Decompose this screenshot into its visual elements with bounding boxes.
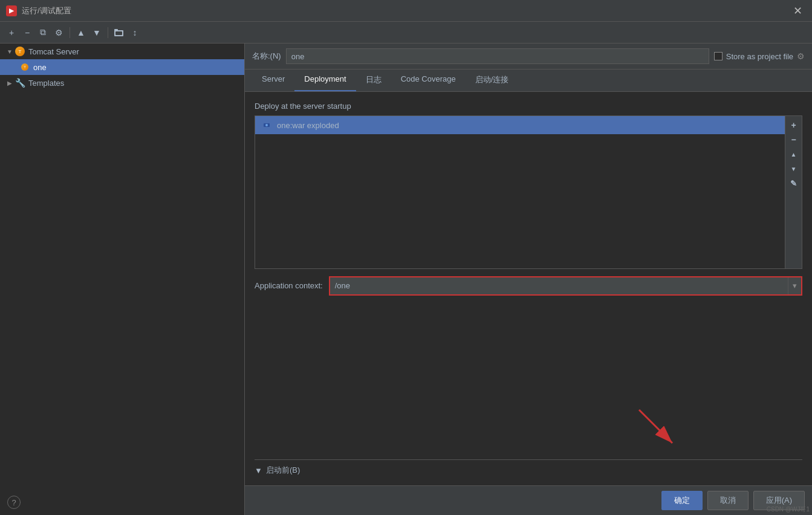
tab-bar: Server Deployment 日志 Code Coverage 启动/连接	[245, 70, 812, 92]
before-launch-arrow-icon: ▼	[255, 466, 262, 475]
move-up-button[interactable]: ▲	[74, 26, 88, 39]
svg-rect-2	[115, 31, 122, 35]
before-launch-label: 启动前(B)	[266, 465, 300, 476]
store-project-area: Store as project file ⚙	[714, 51, 805, 61]
deploy-edit-button[interactable]: ✎	[787, 177, 801, 190]
tab-log[interactable]: 日志	[356, 70, 391, 91]
tomcat-server-label: Tomcat Server	[28, 47, 79, 56]
left-panel: ▼ T Tomcat Server T one ▶ 🔧 Templates	[0, 44, 245, 515]
before-launch-section: ▼ 启动前(B)	[255, 459, 802, 476]
app-icon: ▶	[6, 5, 17, 16]
name-bar: 名称:(N) Store as project file ⚙	[245, 44, 812, 70]
tab-server[interactable]: Server	[252, 70, 294, 91]
toolbar: + − ⧉ ⚙ ▲ ▼ ↕	[0, 22, 812, 44]
separator-2	[108, 27, 108, 38]
add-config-button[interactable]: +	[5, 26, 18, 39]
wrench-icon: 🔧	[15, 77, 25, 88]
tomcat-one-label: one	[33, 63, 47, 72]
store-project-checkbox[interactable]	[714, 52, 723, 60]
settings-button[interactable]: ⚙	[52, 26, 65, 39]
deploy-list-container: one:war exploded + − ▲ ▼ ✎	[255, 115, 802, 269]
deploy-item-name: one:war exploded	[277, 121, 339, 130]
tomcat-item-icon: T	[19, 62, 30, 73]
svg-line-7	[639, 410, 672, 443]
main-layout: ▼ T Tomcat Server T one ▶ 🔧 Templates 名称…	[0, 44, 812, 515]
remove-config-button[interactable]: −	[21, 26, 34, 39]
deploy-move-up-button[interactable]: ▲	[787, 147, 801, 161]
app-context-input-wrap: ▾	[329, 276, 802, 296]
right-panel: 名称:(N) Store as project file ⚙ Server De…	[245, 44, 812, 515]
help-button[interactable]: ?	[7, 496, 21, 509]
app-context-dropdown-icon[interactable]: ▾	[788, 277, 801, 294]
sort-button[interactable]: ↕	[128, 26, 141, 39]
templates-label: Templates	[28, 79, 64, 88]
title-bar: ▶ 运行/调试配置 ✕	[0, 0, 812, 22]
before-launch-header[interactable]: ▼ 启动前(B)	[255, 465, 802, 476]
app-context-row: Application context: ▾	[255, 276, 802, 296]
svg-rect-1	[114, 29, 118, 31]
name-input[interactable]	[286, 48, 709, 64]
app-context-label: Application context:	[255, 281, 323, 290]
app-context-input[interactable]	[330, 277, 788, 294]
deploy-side-buttons: + − ▲ ▼ ✎	[785, 116, 802, 268]
deployment-content: Deploy at the server startup one:war exp…	[245, 92, 812, 485]
expand-arrow: ▼	[5, 47, 15, 56]
war-icon	[261, 120, 272, 131]
cancel-button[interactable]: 取消	[707, 491, 749, 510]
templates-arrow: ▶	[5, 78, 15, 88]
watermark: CSDN @WJ哥1	[767, 505, 810, 514]
tab-coverage[interactable]: Code Coverage	[391, 70, 466, 91]
deploy-section-label: Deploy at the server startup	[255, 102, 802, 111]
tomcat-one-item[interactable]: T one	[0, 59, 244, 75]
store-project-gear-icon[interactable]: ⚙	[797, 51, 805, 61]
bottom-bar: 确定 取消 应用(A)	[245, 485, 812, 515]
separator-1	[70, 27, 70, 38]
svg-point-5	[265, 124, 268, 126]
close-button[interactable]: ✕	[790, 4, 806, 18]
deploy-remove-button[interactable]: −	[787, 133, 801, 146]
window-title: 运行/调试配置	[22, 5, 71, 16]
name-label: 名称:(N)	[252, 51, 281, 62]
folder-button[interactable]	[112, 26, 126, 39]
deploy-item-war[interactable]: one:war exploded	[255, 116, 785, 134]
tab-startup[interactable]: 启动/连接	[466, 70, 519, 91]
ok-button[interactable]: 确定	[661, 491, 703, 510]
copy-config-button[interactable]: ⧉	[36, 26, 50, 39]
deploy-move-down-button[interactable]: ▼	[787, 162, 801, 175]
tomcat-icon: T	[15, 46, 25, 57]
deploy-add-button[interactable]: +	[787, 118, 801, 132]
move-down-button[interactable]: ▼	[90, 26, 103, 39]
templates-group[interactable]: ▶ 🔧 Templates	[0, 75, 244, 91]
tab-deployment[interactable]: Deployment	[294, 70, 356, 91]
tomcat-server-group[interactable]: ▼ T Tomcat Server	[0, 44, 244, 59]
store-project-label: Store as project file	[726, 52, 793, 61]
deploy-list: one:war exploded	[255, 116, 785, 268]
